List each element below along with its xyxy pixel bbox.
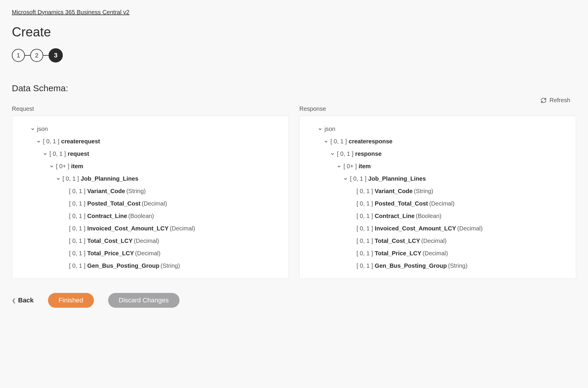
field-type: (Decimal): [134, 235, 159, 247]
tree-leaf[interactable]: [ 0, 1 ]Posted_Total_Cost (Decimal): [305, 197, 571, 210]
cardinality: [ 0, 1 ]: [69, 222, 86, 235]
node-name: item: [71, 160, 83, 172]
refresh-button[interactable]: Refresh: [541, 97, 570, 104]
field-type: (String): [414, 185, 433, 197]
cardinality: [ 0, 1 ]: [69, 185, 86, 197]
tree-node[interactable]: [ 0, 1 ] response: [305, 147, 571, 160]
chevron-down-icon: [42, 152, 48, 156]
field-type: (Boolean): [416, 210, 442, 222]
chevron-down-icon: [318, 127, 323, 131]
back-label: Back: [18, 296, 34, 304]
response-tree: json [ 0, 1 ] createresponse [ 0, 1 ] re…: [299, 116, 576, 279]
field-type: (Decimal): [429, 197, 455, 210]
cardinality: [ 0, 1 ]: [49, 147, 66, 160]
node-name: item: [359, 160, 371, 172]
page-title: Create: [12, 25, 576, 39]
tree-node[interactable]: [ 0, 1 ] Job_Planning_Lines: [17, 172, 283, 185]
field-name: Variant_Code: [375, 185, 413, 197]
field-type: (String): [126, 185, 146, 197]
field-name: Total_Cost_LCY: [375, 235, 420, 247]
tree-leaf[interactable]: [ 0, 1 ]Variant_Code (String): [17, 185, 283, 197]
chevron-down-icon: [30, 127, 35, 131]
tree-leaf[interactable]: [ 0, 1 ]Gen_Bus_Posting_Group (String): [305, 259, 571, 272]
field-name: Contract_Line: [375, 210, 414, 222]
step-connector: [25, 55, 30, 56]
chevron-down-icon: [330, 152, 335, 156]
tree-node-root[interactable]: json: [17, 123, 283, 135]
chevron-down-icon: [55, 177, 61, 181]
field-name: Posted_Total_Cost: [375, 197, 428, 210]
finished-button[interactable]: Finished: [48, 293, 94, 308]
field-type: (Decimal): [135, 247, 161, 259]
cardinality: [ 0, 1 ]: [69, 197, 86, 210]
breadcrumb-link[interactable]: Microsoft Dynamics 365 Business Central …: [12, 9, 129, 15]
field-name: Posted_Total_Cost: [87, 197, 141, 210]
node-name: request: [68, 147, 89, 160]
field-type: (Boolean): [128, 210, 154, 222]
tree-node-label: json: [325, 123, 336, 135]
cardinality: [ 0, 1 ]: [357, 210, 373, 222]
tree-node[interactable]: [ 0+ ] item: [17, 160, 283, 172]
chevron-down-icon: [323, 140, 329, 143]
node-name: response: [355, 147, 382, 160]
tree-node[interactable]: [ 0, 1 ] Job_Planning_Lines: [305, 172, 571, 185]
chevron-down-icon: [343, 177, 348, 181]
cardinality: [ 0, 1 ]: [357, 222, 373, 235]
field-name: Total_Cost_LCY: [87, 235, 133, 247]
tree-node-root[interactable]: json: [305, 123, 571, 135]
response-column: Response json [ 0, 1 ] createresponse [ …: [299, 105, 576, 279]
section-title: Data Schema:: [12, 83, 576, 93]
node-name: Job_Planning_Lines: [81, 172, 138, 185]
step-2[interactable]: 2: [30, 49, 43, 62]
cardinality: [ 0, 1 ]: [331, 135, 347, 147]
field-name: Gen_Bus_Posting_Group: [375, 259, 447, 272]
request-tree: json [ 0, 1 ] createrequest [ 0, 1 ] req…: [12, 116, 289, 279]
chevron-down-icon: [49, 164, 54, 168]
node-name: Job_Planning_Lines: [368, 172, 426, 185]
tree-leaf[interactable]: [ 0, 1 ]Invoiced_Cost_Amount_LCY (Decima…: [17, 222, 283, 235]
tree-leaf[interactable]: [ 0, 1 ]Total_Price_LCY (Decimal): [17, 247, 283, 259]
tree-node[interactable]: [ 0, 1 ] createresponse: [305, 135, 571, 147]
discard-changes-button[interactable]: Discard Changes: [108, 293, 180, 308]
tree-node[interactable]: [ 0, 1 ] createrequest: [17, 135, 283, 147]
tree-leaf[interactable]: [ 0, 1 ]Contract_Line (Boolean): [17, 210, 283, 222]
field-type: (Decimal): [423, 247, 448, 259]
field-name: Total_Price_LCY: [375, 247, 421, 259]
field-type: (Decimal): [142, 197, 167, 210]
cardinality: [ 0, 1 ]: [357, 247, 373, 259]
field-type: (String): [448, 259, 467, 272]
tree-leaf[interactable]: [ 0, 1 ]Invoiced_Cost_Amount_LCY (Decima…: [305, 222, 571, 235]
tree-leaf[interactable]: [ 0, 1 ]Total_Price_LCY (Decimal): [305, 247, 571, 259]
tree-leaf[interactable]: [ 0, 1 ]Total_Cost_LCY (Decimal): [17, 235, 283, 247]
step-1[interactable]: 1: [12, 49, 25, 62]
back-button[interactable]: ❮ Back: [12, 296, 34, 304]
cardinality: [ 0, 1 ]: [357, 235, 373, 247]
chevron-down-icon: [36, 140, 41, 143]
field-type: (Decimal): [421, 235, 447, 247]
tree-leaf[interactable]: [ 0, 1 ]Gen_Bus_Posting_Group (String): [17, 259, 283, 272]
field-type: (Decimal): [457, 222, 483, 235]
chevron-left-icon: ❮: [12, 298, 16, 303]
tree-node[interactable]: [ 0+ ] item: [305, 160, 571, 172]
tree-node[interactable]: [ 0, 1 ] request: [17, 147, 283, 160]
node-name: createresponse: [349, 135, 392, 147]
cardinality: [ 0, 1 ]: [69, 210, 86, 222]
cardinality: [ 0, 1 ]: [357, 259, 373, 272]
field-name: Contract_Line: [87, 210, 127, 222]
cardinality: [ 0+ ]: [56, 160, 69, 172]
step-3[interactable]: 3: [49, 48, 63, 62]
field-name: Invoiced_Cost_Amount_LCY: [87, 222, 169, 235]
step-connector: [43, 55, 49, 56]
cardinality: [ 0, 1 ]: [357, 197, 373, 210]
tree-leaf[interactable]: [ 0, 1 ]Contract_Line (Boolean): [305, 210, 571, 222]
cardinality: [ 0, 1 ]: [69, 247, 86, 259]
cardinality: [ 0, 1 ]: [337, 147, 354, 160]
field-name: Variant_Code: [87, 185, 125, 197]
request-column: Request json [ 0, 1 ] createrequest [ 0,…: [12, 105, 289, 279]
refresh-label: Refresh: [549, 97, 570, 104]
field-name: Total_Price_LCY: [87, 247, 134, 259]
tree-leaf[interactable]: [ 0, 1 ]Posted_Total_Cost (Decimal): [17, 197, 283, 210]
response-title: Response: [299, 105, 576, 112]
tree-leaf[interactable]: [ 0, 1 ]Variant_Code (String): [305, 185, 571, 197]
tree-leaf[interactable]: [ 0, 1 ]Total_Cost_LCY (Decimal): [305, 235, 571, 247]
